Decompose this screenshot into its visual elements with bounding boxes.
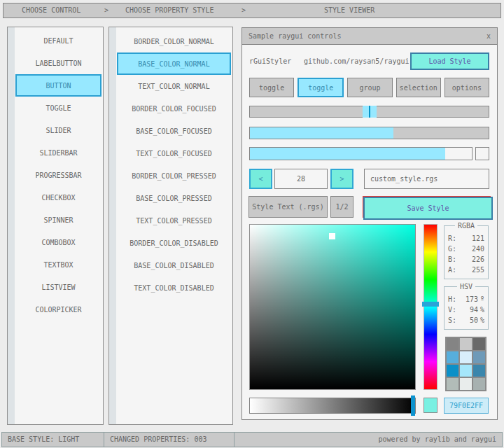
palette-cell[interactable] (473, 365, 485, 377)
control-item-toggle[interactable]: TOGGLE (15, 97, 102, 119)
control-item-checkbox[interactable]: CHECKBOX (15, 186, 102, 209)
sliderbar[interactable] (249, 127, 489, 139)
property-item-text-color-focused[interactable]: TEXT_COLOR_FOCUSED (117, 142, 231, 164)
alpha-handle[interactable] (411, 396, 415, 416)
breadcrumb-choose-control: CHOOSE CONTROL (22, 4, 80, 18)
property-item-border-color-focused[interactable]: BORDER_COLOR_FOCUSED (117, 97, 231, 120)
style-viewer-window: Sample raygui controls x rGuiStyler gith… (241, 27, 498, 420)
repo-link[interactable]: github.com/raysan5/raygui (304, 52, 410, 70)
progressbar-fill (250, 148, 445, 160)
breadcrumb-choose-property-style: CHOOSE PROPERTY STYLE (125, 4, 214, 18)
palette-cell[interactable] (447, 338, 458, 350)
palette-cell[interactable] (473, 338, 485, 350)
rgba-row-b: B:226 (444, 254, 488, 265)
spinner-increment-icon[interactable]: > (330, 169, 354, 189)
rgba-row-a: A:255 (444, 265, 488, 275)
combobox-page-indicator[interactable]: 1/2 (330, 196, 354, 218)
window-titlebar[interactable]: Sample raygui controls x (242, 28, 497, 45)
filename-input[interactable]: custom_style.rgs (364, 169, 489, 189)
palette-cell[interactable] (460, 378, 472, 390)
palette-cell[interactable] (447, 378, 458, 390)
property-list-panel: BORDER_COLOR_NORMAL BASE_COLOR_NORMAL TE… (108, 27, 233, 425)
rgba-group: RGBA R:121 G:240 B:226 A:255 (444, 225, 489, 279)
toggle-item-3[interactable]: selection (396, 78, 441, 97)
control-item-spinner[interactable]: SPINNER (15, 209, 102, 231)
current-color-swatch (424, 398, 438, 413)
window-title: Sample raygui controls (248, 32, 341, 40)
slider-handle[interactable] (363, 106, 377, 118)
property-item-text-color-pressed[interactable]: TEXT_COLOR_PRESSED (117, 209, 231, 232)
control-item-labelbutton[interactable]: LABELBUTTON (15, 52, 102, 74)
property-item-base-color-focused[interactable]: BASE_COLOR_FOCUSED (117, 120, 231, 142)
breadcrumb-style-viewer: STYLE VIEWER (324, 4, 374, 18)
control-list-scrollbar[interactable] (8, 27, 15, 424)
chevron-right-icon: > (104, 4, 108, 18)
sliderbar-fill (250, 127, 393, 139)
hsv-row-h: H:173º (444, 294, 488, 304)
palette-cell[interactable] (473, 378, 485, 390)
rgba-row-r: R:121 (444, 233, 488, 244)
save-style-focus-outline: Save Style (363, 196, 491, 218)
hue-handle[interactable] (422, 302, 439, 307)
control-item-progressbar[interactable]: PROGRESSBAR (15, 164, 102, 186)
property-item-text-color-disabled[interactable]: TEXT_COLOR_DISABLED (117, 276, 231, 299)
spinner-value[interactable]: 28 (274, 169, 328, 189)
control-item-button[interactable]: BUTTON (15, 74, 102, 97)
alpha-bar[interactable] (249, 398, 416, 414)
style-text-combobox[interactable]: Style Text (.rgs) (248, 196, 328, 218)
control-item-textbox[interactable]: TEXTBOX (15, 253, 102, 276)
palette-cell[interactable] (473, 351, 485, 363)
progressbar[interactable] (249, 147, 472, 160)
control-item-default[interactable]: DEFAULT (15, 29, 102, 52)
rgba-group-title: RGBA (455, 222, 477, 230)
palette-grid (445, 337, 486, 391)
color-picker-area[interactable] (249, 224, 416, 390)
status-bar: BASE STYLE: LIGHT CHANGED PROPERTIES: 00… (0, 432, 504, 447)
control-item-sliderbar[interactable]: SLIDERBAR (15, 141, 102, 164)
save-style-button[interactable]: Save Style (363, 197, 493, 220)
close-icon[interactable]: x (486, 32, 491, 40)
palette-cell[interactable] (460, 338, 472, 350)
toggle-group: toggle toggle group selection options (249, 78, 489, 97)
hex-color-input[interactable]: 79F0E2FF (444, 398, 489, 414)
control-item-slider[interactable]: SLIDER (15, 119, 102, 141)
property-item-border-color-pressed[interactable]: BORDER_COLOR_PRESSED (117, 164, 231, 187)
hsv-group-title: HSV (457, 283, 475, 290)
property-item-base-color-disabled[interactable]: BASE_COLOR_DISABLED (117, 254, 231, 276)
property-item-base-color-pressed[interactable]: BASE_COLOR_PRESSED (117, 187, 231, 209)
property-list: BORDER_COLOR_NORMAL BASE_COLOR_NORMAL TE… (117, 27, 231, 299)
breadcrumb-bar: CHOOSE CONTROL > CHOOSE PROPERTY STYLE >… (3, 3, 501, 18)
property-item-text-color-normal[interactable]: TEXT_COLOR_NORMAL (117, 75, 231, 97)
palette-cell[interactable] (460, 351, 472, 363)
palette-cell[interactable] (447, 351, 458, 363)
palette-cell[interactable] (447, 365, 458, 377)
toggle-item-4[interactable]: options (444, 78, 489, 97)
control-list-panel: DEFAULT LABELBUTTON BUTTON TOGGLE SLIDER… (7, 27, 104, 425)
hue-bar[interactable] (424, 224, 438, 390)
app-name-label: rGuiStyler (249, 52, 291, 70)
color-picker-cursor[interactable] (329, 233, 335, 239)
status-powered-by: powered by raylib and raygui (234, 432, 503, 447)
slider[interactable] (249, 106, 489, 118)
control-item-listview[interactable]: LISTVIEW (15, 276, 102, 298)
property-item-border-color-disabled[interactable]: BORDER_COLOR_DISABLED (117, 232, 231, 254)
control-item-combobox[interactable]: COMBOBOX (15, 231, 102, 253)
property-list-scrollbar[interactable] (109, 27, 116, 424)
checkbox[interactable] (475, 147, 489, 160)
chevron-right-icon: > (241, 4, 246, 18)
hsv-row-s: S:50% (444, 315, 488, 326)
rgba-row-g: G:240 (444, 244, 488, 254)
status-changed-properties: CHANGED PROPERTIES: 003 (104, 432, 234, 447)
control-list: DEFAULT LABELBUTTON BUTTON TOGGLE SLIDER… (15, 27, 102, 321)
spinner-decrement-icon[interactable]: < (249, 169, 272, 189)
property-item-base-color-normal[interactable]: BASE_COLOR_NORMAL (117, 52, 231, 75)
property-item-border-color-normal[interactable]: BORDER_COLOR_NORMAL (117, 30, 231, 52)
toggle-item-2[interactable]: group (347, 78, 392, 97)
hsv-group: HSV H:173º V:94% S:50% (444, 286, 489, 330)
toggle-item-1[interactable]: toggle (298, 78, 344, 97)
load-style-button[interactable]: Load Style (410, 52, 489, 70)
toggle-item-0[interactable]: toggle (249, 78, 294, 97)
palette-cell[interactable] (460, 365, 472, 377)
control-item-colorpicker[interactable]: COLORPICKER (15, 298, 102, 321)
hsv-row-v: V:94% (444, 304, 488, 315)
